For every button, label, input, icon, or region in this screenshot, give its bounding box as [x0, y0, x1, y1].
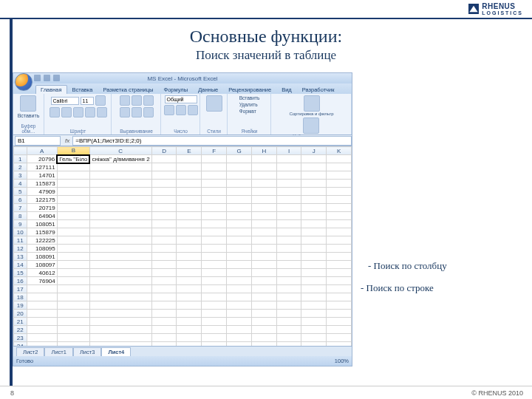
cell[interactable] — [89, 236, 151, 245]
col-header-A[interactable]: A — [27, 147, 57, 155]
cell[interactable] — [327, 285, 352, 293]
cell[interactable] — [89, 334, 151, 342]
cell[interactable] — [177, 163, 202, 171]
cell[interactable] — [301, 318, 327, 326]
comma-icon[interactable] — [188, 105, 198, 115]
cell[interactable] — [202, 220, 227, 228]
row-header[interactable]: 21 — [14, 318, 27, 326]
cell[interactable] — [301, 180, 327, 188]
cell[interactable] — [227, 334, 252, 342]
cell[interactable] — [177, 301, 202, 310]
cell[interactable] — [177, 253, 202, 261]
cell[interactable] — [301, 269, 327, 277]
row-header[interactable]: 5 — [14, 188, 27, 196]
fill-color-icon[interactable] — [85, 107, 95, 117]
ribbon-tab-formulas[interactable]: Формулы — [158, 85, 193, 94]
cell[interactable] — [276, 171, 301, 180]
cell[interactable] — [227, 236, 252, 245]
cell[interactable] — [202, 155, 227, 163]
cell[interactable] — [89, 261, 151, 269]
ribbon-tab-review[interactable]: Рецензирование — [223, 85, 276, 94]
cell[interactable]: 108095 — [27, 245, 57, 253]
cell[interactable] — [301, 342, 327, 347]
cell[interactable] — [202, 285, 227, 293]
ribbon-tab-data[interactable]: Данные — [193, 85, 223, 94]
row-header[interactable]: 23 — [14, 334, 27, 342]
row-header[interactable]: 2 — [14, 163, 27, 171]
cell[interactable] — [57, 310, 89, 318]
cell[interactable] — [89, 196, 151, 204]
cell[interactable] — [151, 188, 177, 196]
cell[interactable] — [57, 245, 89, 253]
cell[interactable] — [301, 204, 327, 212]
cell[interactable] — [177, 220, 202, 228]
cell[interactable] — [202, 236, 227, 245]
row-header[interactable]: 9 — [14, 220, 27, 228]
cell[interactable] — [327, 171, 352, 180]
row-header[interactable]: 3 — [14, 171, 27, 180]
cell[interactable] — [89, 220, 151, 228]
cell[interactable] — [327, 277, 352, 285]
italic-icon[interactable] — [50, 107, 60, 117]
cell[interactable] — [27, 301, 57, 310]
cell[interactable] — [276, 228, 301, 236]
cell[interactable] — [57, 277, 89, 285]
quick-access-toolbar[interactable] — [34, 75, 60, 81]
cell[interactable] — [151, 171, 177, 180]
cell[interactable] — [202, 253, 227, 261]
cell[interactable] — [177, 188, 202, 196]
cell[interactable] — [276, 155, 301, 163]
row-header[interactable]: 7 — [14, 204, 27, 212]
cell[interactable] — [251, 236, 276, 245]
cell[interactable] — [276, 220, 301, 228]
cell[interactable] — [202, 318, 227, 326]
cell[interactable] — [251, 220, 276, 228]
row-header[interactable]: 20 — [14, 310, 27, 318]
cell[interactable] — [57, 204, 89, 212]
save-icon[interactable] — [34, 75, 41, 81]
cell[interactable] — [327, 269, 352, 277]
align-right-icon[interactable] — [143, 107, 154, 117]
cell[interactable] — [276, 318, 301, 326]
cell[interactable] — [151, 269, 177, 277]
cell[interactable] — [177, 204, 202, 212]
row-header[interactable]: 15 — [14, 269, 27, 277]
cell[interactable] — [27, 326, 57, 334]
cell[interactable] — [202, 269, 227, 277]
cell[interactable] — [251, 269, 276, 277]
cell[interactable] — [227, 155, 252, 163]
cell[interactable] — [276, 342, 301, 347]
cell[interactable] — [151, 293, 177, 301]
cell[interactable] — [202, 277, 227, 285]
cell[interactable] — [227, 204, 252, 212]
row-header[interactable]: 17 — [14, 285, 27, 293]
cell[interactable]: 115879 — [27, 228, 57, 236]
cell[interactable] — [227, 245, 252, 253]
cell[interactable] — [327, 318, 352, 326]
cell[interactable] — [89, 277, 151, 285]
cell[interactable] — [327, 334, 352, 342]
cell[interactable] — [327, 180, 352, 188]
row-header[interactable]: 22 — [14, 326, 27, 334]
row-header[interactable]: 6 — [14, 196, 27, 204]
cell[interactable] — [202, 261, 227, 269]
col-header-J[interactable]: J — [301, 147, 327, 155]
cell[interactable] — [301, 334, 327, 342]
cell[interactable] — [276, 261, 301, 269]
cell[interactable] — [89, 180, 151, 188]
cell[interactable] — [227, 196, 252, 204]
ribbon-tab-pagelayout[interactable]: Разметка страницы — [98, 85, 158, 94]
cell[interactable] — [227, 301, 252, 310]
cell[interactable] — [301, 155, 327, 163]
cell[interactable] — [151, 342, 177, 347]
cell[interactable] — [177, 212, 202, 220]
cell[interactable]: 14701 — [27, 171, 57, 180]
font-size-select[interactable]: 11 — [81, 97, 94, 105]
cell[interactable] — [89, 326, 151, 334]
cell[interactable] — [57, 293, 89, 301]
cell[interactable] — [276, 334, 301, 342]
cell[interactable] — [151, 155, 177, 163]
cell[interactable] — [227, 285, 252, 293]
cell[interactable] — [27, 285, 57, 293]
bold-icon[interactable] — [95, 95, 106, 106]
